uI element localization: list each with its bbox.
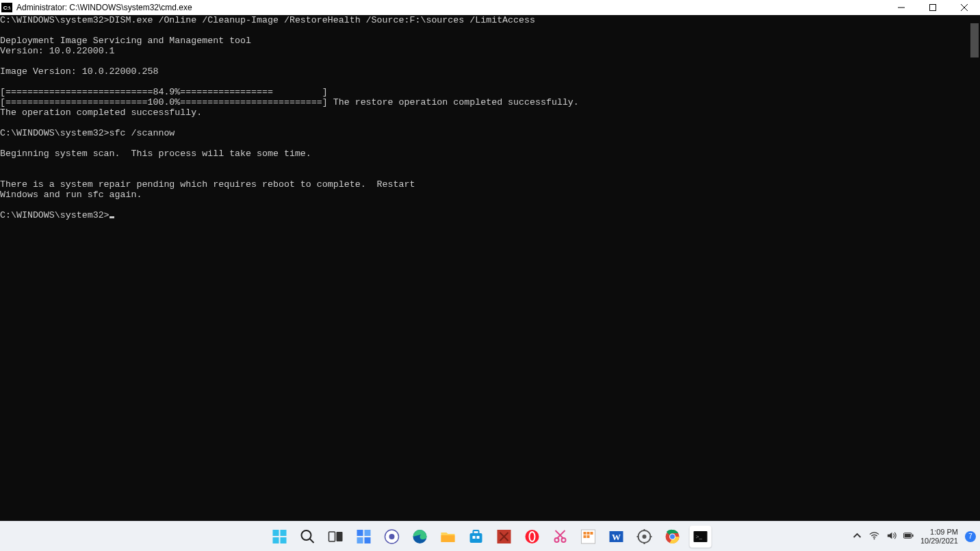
titlebar[interactable]: C:\ Administrator: C:\WINDOWS\system32\c… — [0, 0, 980, 15]
svg-rect-19 — [441, 535, 455, 542]
svg-rect-5 — [281, 530, 287, 536]
svg-rect-11 — [337, 532, 343, 541]
svg-point-17 — [389, 534, 395, 539]
svg-point-27 — [530, 533, 534, 541]
svg-rect-4 — [273, 530, 279, 536]
taskbar-chrome[interactable] — [662, 526, 684, 548]
taskbar-start[interactable] — [269, 526, 291, 548]
svg-rect-36 — [584, 535, 586, 538]
tray-time: 1:09 PM — [920, 528, 958, 537]
taskbar-app-grid[interactable] — [578, 526, 599, 548]
taskbar-chat[interactable] — [381, 526, 403, 548]
svg-point-51 — [874, 538, 875, 539]
taskbar[interactable]: W >_ 1:09 PM 10/29/2021 7 — [0, 521, 980, 551]
system-tray: 1:09 PM 10/29/2021 7 — [852, 522, 976, 551]
taskbar-widgets[interactable] — [353, 526, 375, 548]
svg-rect-13 — [365, 530, 371, 536]
svg-rect-15 — [365, 537, 371, 543]
svg-rect-53 — [912, 535, 914, 537]
close-button[interactable] — [949, 0, 980, 15]
svg-point-8 — [302, 530, 311, 540]
taskbar-opera[interactable] — [521, 526, 543, 548]
minimize-button[interactable] — [886, 0, 917, 15]
maximize-button[interactable] — [917, 0, 949, 15]
svg-rect-33 — [584, 532, 586, 535]
svg-rect-22 — [473, 536, 476, 539]
svg-point-41 — [643, 535, 647, 539]
svg-rect-12 — [357, 530, 363, 536]
svg-rect-10 — [329, 532, 335, 541]
tray-clock[interactable]: 1:09 PM 10/29/2021 — [920, 528, 958, 546]
svg-rect-20 — [470, 533, 482, 543]
taskbar-app-red[interactable] — [493, 526, 515, 548]
svg-rect-1 — [930, 5, 936, 11]
notification-badge[interactable]: 7 — [965, 531, 976, 542]
terminal-area[interactable]: C:\WINDOWS\system32>DISM.exe /Online /Cl… — [0, 15, 980, 521]
scrollbar[interactable] — [969, 15, 980, 521]
svg-rect-23 — [477, 536, 480, 539]
svg-rect-6 — [273, 537, 279, 543]
svg-rect-54 — [905, 534, 911, 537]
svg-rect-21 — [474, 530, 479, 534]
taskbar-taskview[interactable] — [325, 526, 347, 548]
svg-text:W: W — [612, 532, 621, 542]
terminal-output: C:\WINDOWS\system32>DISM.exe /Online /Cl… — [0, 15, 980, 521]
taskbar-center: W >_ — [269, 526, 712, 548]
volume-icon[interactable] — [886, 530, 897, 542]
taskbar-store[interactable] — [465, 526, 487, 548]
tray-overflow-icon[interactable] — [852, 530, 862, 542]
wifi-icon[interactable] — [869, 530, 879, 542]
battery-icon[interactable] — [903, 530, 914, 542]
svg-rect-35 — [591, 532, 593, 535]
tray-date: 10/29/2021 — [920, 537, 958, 546]
taskbar-cmd[interactable]: >_ — [690, 526, 712, 548]
taskbar-snip[interactable] — [550, 526, 571, 548]
scrollbar-thumb[interactable] — [970, 23, 979, 57]
taskbar-word[interactable]: W — [606, 526, 628, 548]
svg-rect-7 — [281, 537, 287, 543]
taskbar-explorer[interactable] — [437, 526, 459, 548]
cmd-app-icon: C:\ — [1, 3, 12, 12]
svg-point-48 — [670, 534, 675, 539]
svg-line-9 — [310, 539, 314, 543]
svg-rect-37 — [587, 535, 590, 538]
taskbar-edge[interactable] — [409, 526, 431, 548]
window-title: Administrator: C:\WINDOWS\system32\cmd.e… — [16, 3, 192, 12]
taskbar-settings[interactable] — [634, 526, 656, 548]
taskbar-search[interactable] — [297, 526, 319, 548]
svg-rect-14 — [357, 537, 363, 543]
svg-rect-34 — [587, 532, 590, 535]
svg-text:>_: >_ — [696, 533, 703, 540]
